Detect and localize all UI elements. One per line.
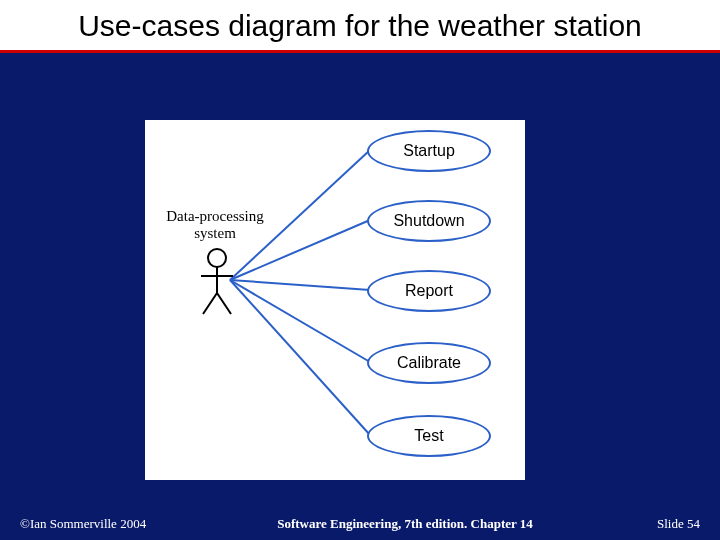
actor-label: Data-processing system [145,208,285,241]
usecase-label: Startup [403,142,455,160]
slide-title: Use-cases diagram for the weather statio… [0,0,720,50]
svg-line-8 [203,293,217,314]
svg-line-9 [217,293,231,314]
usecase-label: Test [414,427,443,445]
actor-label-line2: system [194,225,236,241]
title-underline [0,50,720,53]
actor-label-line1: Data-processing [166,208,263,224]
actor-icon [199,248,235,318]
usecase-report: Report [367,270,491,312]
svg-point-5 [208,249,226,267]
usecase-label: Shutdown [393,212,464,230]
footer-slide-num: Slide 54 [580,516,720,532]
svg-line-2 [230,280,370,290]
slide-footer: ©Ian Sommerville 2004 Software Engineeri… [0,516,720,532]
usecase-shutdown: Shutdown [367,200,491,242]
usecase-label: Report [405,282,453,300]
svg-line-3 [230,280,370,362]
usecase-startup: Startup [367,130,491,172]
footer-copyright: ©Ian Sommerville 2004 [0,516,230,532]
usecase-test: Test [367,415,491,457]
usecase-label: Calibrate [397,354,461,372]
use-case-diagram: Data-processing system Startup Shutdown … [145,120,525,480]
usecase-calibrate: Calibrate [367,342,491,384]
slide: Use-cases diagram for the weather statio… [0,0,720,540]
svg-line-4 [230,280,370,435]
footer-book: Software Engineering, 7th edition. Chapt… [230,516,580,532]
